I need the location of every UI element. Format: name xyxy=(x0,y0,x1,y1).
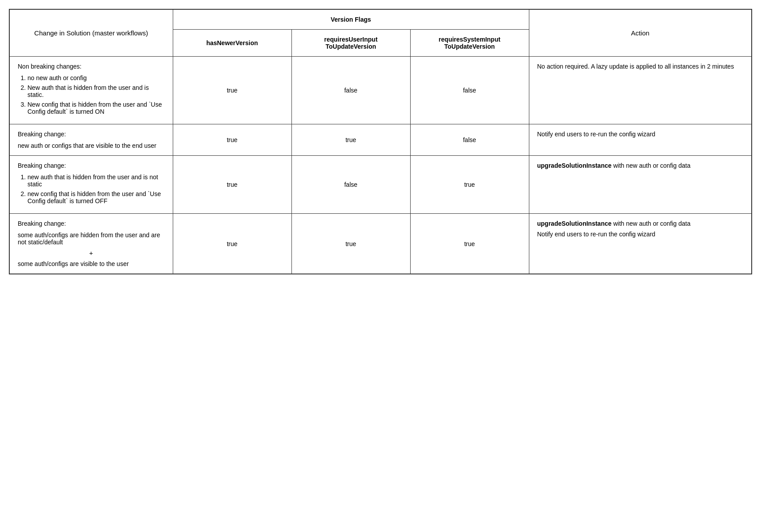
flag1-cell-3: true xyxy=(173,156,291,214)
change-title-4: Breaking change: xyxy=(18,220,165,227)
action-cell-4: upgradeSolutionInstance with new auth or… xyxy=(529,214,752,274)
plus-sign: + xyxy=(18,249,165,257)
action-para-2: Notify end users to re-run the config wi… xyxy=(537,231,744,238)
action-bold-3: upgradeSolutionInstance xyxy=(537,162,612,169)
action-cell-1: No action required. A lazy update is app… xyxy=(529,57,752,124)
flag3-header: requiresSystemInputToUpdateVersion xyxy=(410,30,529,57)
flag2-header: requiresUserInputToUpdateVersion xyxy=(291,30,410,57)
change-column-header: Change in Solution (master workflows) xyxy=(10,10,173,57)
table-row: Breaking change: new auth that is hidden… xyxy=(10,156,752,214)
action-bold-4: upgradeSolutionInstance xyxy=(537,220,612,227)
flag2-cell-4: true xyxy=(291,214,410,274)
table-row: Non breaking changes: no new auth or con… xyxy=(10,57,752,124)
change-desc-4b: some auth/configs are visible to the use… xyxy=(18,260,165,267)
action-cell-3: upgradeSolutionInstance with new auth or… xyxy=(529,156,752,214)
change-list-3: new auth that is hidden from the user an… xyxy=(18,173,165,204)
flag1-cell-2: true xyxy=(173,124,291,156)
change-title-2: Breaking change: xyxy=(18,131,165,138)
change-list-1: no new auth or config New auth that is h… xyxy=(18,74,165,115)
flag3-cell-3: true xyxy=(410,156,529,214)
change-cell-1: Non breaking changes: no new auth or con… xyxy=(10,57,173,124)
reference-table: Change in Solution (master workflows) Ve… xyxy=(9,9,752,274)
change-header-text: Change in Solution (master workflows) xyxy=(34,29,148,37)
table-row: Breaking change: new auth or configs tha… xyxy=(10,124,752,156)
flag3-cell-2: false xyxy=(410,124,529,156)
header-row-1: Change in Solution (master workflows) Ve… xyxy=(10,10,752,30)
list-item: New config that is hidden from the user … xyxy=(27,101,165,115)
change-cell-2: Breaking change: new auth or configs tha… xyxy=(10,124,173,156)
table-row: Breaking change: some auth/configs are h… xyxy=(10,214,752,274)
action-column-header: Action xyxy=(529,10,752,57)
flag3-cell-1: false xyxy=(410,57,529,124)
change-cell-4: Breaking change: some auth/configs are h… xyxy=(10,214,173,274)
change-cell-3: Breaking change: new auth that is hidden… xyxy=(10,156,173,214)
flag1-header-text: hasNewerVersion xyxy=(206,39,258,46)
list-item: new config that is hidden from the user … xyxy=(27,190,165,204)
action-para-1: upgradeSolutionInstance with new auth or… xyxy=(537,220,744,227)
version-flags-header: Version Flags xyxy=(173,10,529,30)
flag3-cell-4: true xyxy=(410,214,529,274)
list-item: no new auth or config xyxy=(27,74,165,81)
flag1-cell-1: true xyxy=(173,57,291,124)
action-header-text: Action xyxy=(631,29,649,37)
change-desc-2: new auth or configs that are visible to … xyxy=(18,142,165,149)
list-item: new auth that is hidden from the user an… xyxy=(27,173,165,188)
action-cell-2: Notify end users to re-run the config wi… xyxy=(529,124,752,156)
flag1-header: hasNewerVersion xyxy=(173,30,291,57)
change-title-1: Non breaking changes: xyxy=(18,63,165,70)
change-desc-4a: some auth/configs are hidden from the us… xyxy=(18,231,165,246)
flag1-cell-4: true xyxy=(173,214,291,274)
flag2-cell-3: false xyxy=(291,156,410,214)
flag2-cell-2: true xyxy=(291,124,410,156)
change-title-3: Breaking change: xyxy=(18,162,165,169)
flag2-cell-1: false xyxy=(291,57,410,124)
list-item: New auth that is hidden from the user an… xyxy=(27,84,165,98)
version-flags-label: Version Flags xyxy=(330,16,371,23)
main-table-wrapper: Change in Solution (master workflows) Ve… xyxy=(9,9,752,274)
